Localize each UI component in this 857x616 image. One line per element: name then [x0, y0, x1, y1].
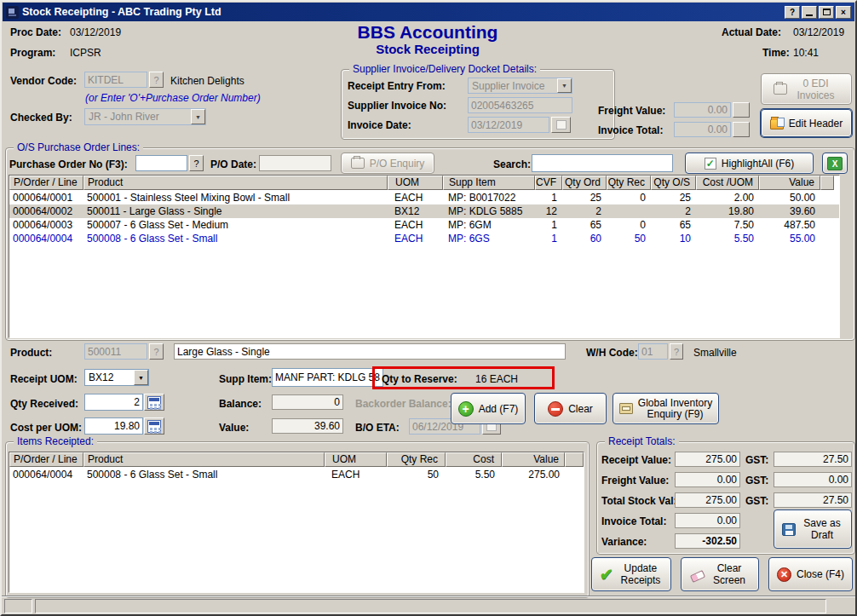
close-button[interactable]: ×: [836, 6, 851, 19]
minimize-button[interactable]: [802, 6, 817, 19]
program-value: ICPSR: [70, 47, 101, 59]
clear-line-label: Clear: [568, 403, 593, 415]
wh-lookup-button[interactable]: ?: [670, 343, 683, 360]
add-button[interactable]: + Add (F7): [451, 393, 526, 424]
wh-code-label: W/H Code:: [586, 347, 638, 359]
stock-receipting-window: Stock Receipting - ABC Trading Pty Ltd ?…: [0, 0, 857, 616]
cost-per-uom-field[interactable]: [84, 417, 143, 435]
cell-qty-ord: 2: [562, 204, 607, 218]
status-divider-highlight: [2, 596, 857, 597]
cell-cvf: 1: [535, 191, 562, 204]
search-input[interactable]: [532, 154, 673, 172]
cell-cost: 5.50: [446, 468, 502, 481]
app-title: BBS Accounting: [283, 22, 572, 43]
highlight-all-button[interactable]: ✓ HighlightAll (F6): [685, 153, 814, 174]
invoice-total-calc-button[interactable]: [733, 122, 750, 137]
search-label: Search:: [493, 158, 531, 170]
balance-field[interactable]: [272, 394, 343, 410]
qty-received-field[interactable]: [84, 394, 143, 411]
header-value: Value: [502, 452, 565, 467]
cell-product: 500011 - Large Glass - Single: [83, 204, 388, 218]
po-date-field[interactable]: [259, 155, 331, 171]
help-button[interactable]: ?: [785, 6, 800, 19]
save-draft-button[interactable]: Save as Draft: [774, 509, 852, 549]
cell-po-line: 000064/0001: [9, 191, 83, 204]
update-receipts-button[interactable]: ✔ Update Receipts: [591, 557, 671, 591]
items-table-header: P/Order / Line Product UOM Qty Rec Cost …: [9, 452, 584, 467]
close-f4-button[interactable]: ✕ Close (F4): [768, 557, 853, 591]
header-uom: UOM: [388, 176, 443, 190]
add-label: Add (F7): [479, 403, 519, 415]
maximize-icon: [823, 9, 831, 15]
cell-qty-os: 65: [651, 218, 696, 232]
product-lookup-button[interactable]: ?: [149, 343, 164, 360]
cell-qty-ord: 25: [562, 191, 607, 204]
invoice-total-field[interactable]: [674, 122, 731, 137]
cell-product: 500008 - 6 Glass Set - Small: [83, 232, 388, 245]
cell-qty-ord: 60: [562, 232, 607, 245]
po-lookup-button[interactable]: ?: [189, 155, 204, 171]
cell-cvf: 12: [535, 204, 562, 218]
gst2-label: GST:: [745, 475, 768, 486]
global-inventory-button[interactable]: Global Inventory Enquiry (F9): [613, 393, 719, 424]
cell-qty-rec: 50: [387, 468, 446, 481]
product-code-field[interactable]: [84, 343, 147, 360]
po-enquiry-button[interactable]: P/O Enquiry: [341, 153, 434, 174]
po-no-field[interactable]: [135, 155, 187, 171]
variance-label: Variance:: [601, 536, 647, 548]
excel-icon: X: [827, 157, 843, 170]
product-desc-field[interactable]: [174, 343, 566, 360]
invoice-date-field[interactable]: [468, 117, 549, 133]
vendor-code-field[interactable]: [84, 72, 147, 88]
screen-title: Stock Receipting: [283, 42, 572, 56]
qty-to-reserve-value: 16 EACH: [475, 373, 518, 385]
clear-screen-button[interactable]: Clear Screen: [681, 557, 759, 591]
export-excel-button[interactable]: X: [822, 153, 848, 174]
receipt-value-label: Receipt Value:: [601, 454, 671, 466]
invoice-date-calendar-button[interactable]: [551, 117, 571, 133]
edi-invoices-button[interactable]: 0 EDI Invoices: [761, 73, 852, 105]
qty-received-calc-button[interactable]: [144, 394, 164, 411]
freight-total-field[interactable]: [675, 472, 740, 487]
wh-code-field[interactable]: [638, 343, 668, 360]
chevron-down-icon: ▼: [134, 370, 148, 385]
clear-line-button[interactable]: Clear: [534, 393, 607, 424]
table-row[interactable]: 000064/0004 500008 - 6 Glass Set - Small…: [9, 468, 584, 481]
app-icon: [6, 6, 19, 19]
value-field[interactable]: [272, 418, 343, 434]
entry-from-dropdown[interactable]: Supplier Invoice ▼: [468, 78, 572, 94]
po-lines-table: P/Order / Line Product UOM Supp Item CVF…: [9, 175, 840, 338]
total-stock-field[interactable]: [675, 492, 740, 508]
receipt-uom-dropdown[interactable]: BX12 ▼: [84, 369, 149, 386]
table-row[interactable]: 000064/0004 500008 - 6 Glass Set - Small…: [9, 232, 839, 245]
cell-value: 487.50: [759, 218, 820, 232]
total-stock-label: Total Stock Val:: [601, 495, 676, 507]
cost-per-uom-calc-button[interactable]: [144, 417, 164, 435]
po-enquiry-label: P/O Enquiry: [370, 158, 425, 170]
vendor-lookup-button[interactable]: ?: [149, 72, 164, 88]
table-row[interactable]: 000064/0001 500001 - Stainless Steel Mix…: [9, 191, 839, 204]
maximize-button[interactable]: [819, 6, 834, 19]
value-label: Value:: [219, 422, 249, 434]
freight-calc-button[interactable]: [733, 102, 750, 118]
update-receipts-label: Update Receipts: [618, 562, 663, 586]
invoice-no-field[interactable]: [468, 97, 572, 113]
supp-item-field[interactable]: [272, 368, 383, 387]
table-row[interactable]: 000064/0003 500007 - 6 Glass Set - Mediu…: [9, 218, 839, 232]
table-row-selected[interactable]: 000064/0002 500011 - Large Glass - Singl…: [9, 204, 839, 218]
receipt-value-field[interactable]: [675, 452, 740, 467]
variance-field[interactable]: [675, 533, 740, 549]
green-check-icon: ✔: [600, 567, 613, 583]
freight-value-field[interactable]: [674, 102, 731, 118]
invoice-total-sum-field[interactable]: [675, 513, 740, 528]
cell-product: 500007 - 6 Glass Set - Medium: [83, 218, 388, 232]
cell-uom: EACH: [388, 191, 443, 204]
po-no-label: Purchase Order No (F3):: [9, 158, 128, 170]
gst2-field[interactable]: [774, 472, 852, 487]
checked-by-dropdown[interactable]: JR - John River ▼: [84, 108, 206, 125]
header-supp-item: Supp Item: [443, 176, 535, 190]
gst3-field[interactable]: [774, 492, 852, 508]
cell-qty-os: 25: [651, 191, 696, 204]
gst1-field[interactable]: [774, 452, 852, 467]
edit-header-button[interactable]: Edit Header: [761, 109, 852, 137]
